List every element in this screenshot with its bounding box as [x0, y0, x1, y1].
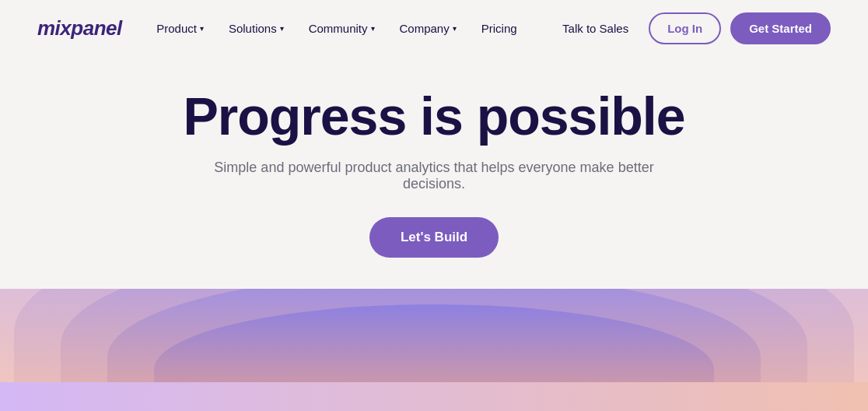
hero-decoration: [0, 289, 868, 411]
navbar: mixpanel Product ▾ Solutions ▾ Community…: [0, 0, 868, 56]
hero-subtitle: Simple and powerful product analytics th…: [201, 160, 667, 192]
nav-item-solutions[interactable]: Solutions ▾: [218, 16, 295, 41]
hero-section: Progress is possible Simple and powerful…: [0, 56, 868, 289]
nav-item-pricing[interactable]: Pricing: [471, 16, 528, 41]
nav-item-company[interactable]: Company ▾: [389, 16, 467, 41]
nav-item-product[interactable]: Product ▾: [145, 16, 215, 41]
nav-actions: Talk to Sales Log In Get Started: [551, 12, 831, 44]
chevron-down-icon: ▾: [280, 24, 284, 33]
bottom-bar: [0, 382, 868, 411]
get-started-button[interactable]: Get Started: [730, 12, 831, 44]
lets-build-button[interactable]: Let's Build: [369, 217, 499, 258]
nav-item-community[interactable]: Community ▾: [298, 16, 386, 41]
hero-title: Progress is possible: [183, 87, 684, 146]
login-button[interactable]: Log In: [649, 12, 721, 44]
chevron-down-icon: ▾: [371, 24, 375, 33]
talk-to-sales-link[interactable]: Talk to Sales: [551, 16, 639, 41]
chevron-down-icon: ▾: [453, 24, 457, 33]
logo[interactable]: mixpanel: [37, 16, 122, 40]
nav-links: Product ▾ Solutions ▾ Community ▾ Compan…: [145, 16, 527, 41]
chevron-down-icon: ▾: [200, 24, 204, 33]
